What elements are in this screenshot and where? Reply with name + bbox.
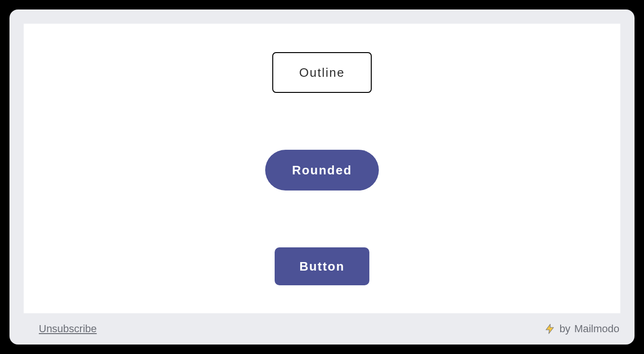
rounded-button[interactable]: Rounded	[265, 150, 379, 191]
email-content-area: Outline Rounded Button	[24, 24, 620, 313]
email-preview-card: Outline Rounded Button Unsubscribe by Ma…	[9, 9, 635, 345]
email-footer: Unsubscribe by Mailmodo	[9, 313, 635, 345]
branding-by: by	[559, 323, 570, 335]
bolt-icon	[544, 323, 555, 335]
branding[interactable]: by Mailmodo	[544, 323, 619, 335]
outline-button[interactable]: Outline	[272, 52, 372, 93]
branding-name: Mailmodo	[574, 323, 619, 335]
filled-button[interactable]: Button	[275, 247, 369, 285]
unsubscribe-link[interactable]: Unsubscribe	[39, 323, 97, 335]
